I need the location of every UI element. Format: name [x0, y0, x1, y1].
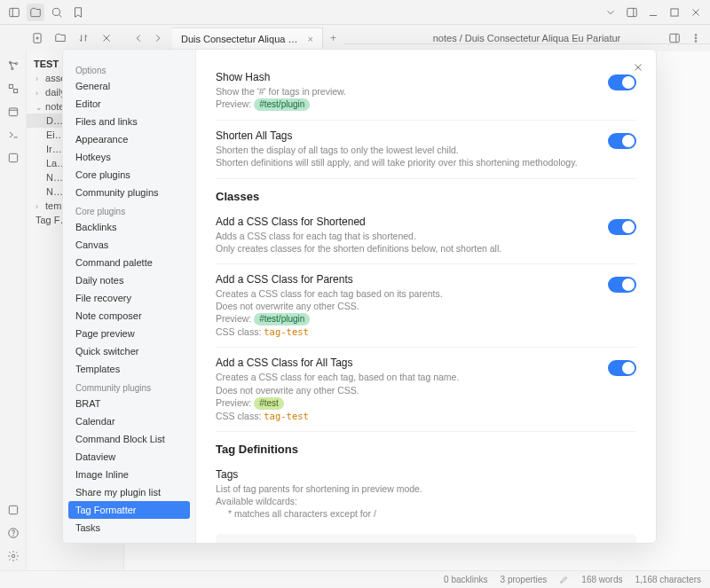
- settings-nav-item[interactable]: Backlinks: [68, 218, 190, 236]
- settings-content: Show Hash Show the '#' for tags in previ…: [196, 50, 656, 543]
- setting-desc: Does not overwrite any other CSS.: [216, 384, 597, 396]
- preview-tag: #test: [254, 397, 284, 410]
- css-class-value: tag-test: [264, 411, 309, 421]
- setting-desc: Only creates classes for the shorten def…: [216, 242, 597, 255]
- toggle-shorten-all[interactable]: [608, 133, 636, 149]
- settings-nav-item[interactable]: Dataview: [68, 448, 190, 466]
- setting-title: Add a CSS Class for Shortened: [216, 216, 597, 228]
- setting-desc: Adds a CSS class for each tag that is sh…: [216, 230, 597, 242]
- settings-nav-item[interactable]: Daily notes: [68, 271, 190, 289]
- setting-title: Add a CSS Class for All Tags: [216, 357, 597, 369]
- modal-close-button[interactable]: [629, 59, 647, 76]
- settings-modal: OptionsGeneralEditorFiles and linksAppea…: [62, 49, 657, 544]
- settings-nav-item[interactable]: File recovery: [68, 289, 190, 307]
- setting-desc: Shorten definitions will still apply, an…: [216, 156, 597, 169]
- section-header-classes: Classes: [216, 179, 636, 207]
- settings-nav-item[interactable]: Tasks: [68, 519, 190, 537]
- css-label: CSS class:: [216, 326, 261, 337]
- setting-title: Add a CSS Class for Parents: [216, 273, 597, 286]
- preview-label: Preview:: [216, 397, 251, 408]
- settings-nav-item[interactable]: Command palette: [68, 254, 190, 271]
- setting-title: Shorten All Tags: [216, 129, 597, 142]
- preview-tag: #test/plugin: [254, 98, 310, 111]
- settings-nav-item[interactable]: Community plugins: [68, 184, 190, 201]
- toggle-class-parents[interactable]: [608, 277, 636, 293]
- settings-group-label: Core plugins: [68, 201, 190, 218]
- settings-nav-item[interactable]: Calendar: [68, 412, 190, 430]
- setting-desc: Show the '#' for tags in preview.: [216, 85, 597, 98]
- settings-nav-item[interactable]: Core plugins: [68, 166, 190, 184]
- setting-desc: List of tag parents for shortening in pr…: [216, 482, 626, 495]
- settings-sidebar: OptionsGeneralEditorFiles and linksAppea…: [63, 50, 196, 543]
- settings-nav-item[interactable]: General: [68, 77, 190, 95]
- css-class-value: tag-test: [264, 326, 309, 337]
- settings-nav-item[interactable]: Note composer: [68, 307, 190, 325]
- settings-nav-item[interactable]: Image Inline: [68, 466, 190, 483]
- settings-nav-item[interactable]: Editor: [68, 95, 190, 113]
- toggle-show-hash[interactable]: [608, 74, 636, 90]
- preview-label: Preview:: [216, 313, 251, 324]
- setting-desc: * matches all characters except for /: [216, 507, 626, 520]
- setting-desc: Available wildcards:: [216, 495, 626, 507]
- settings-nav-item[interactable]: Share my plugin list: [68, 483, 190, 501]
- setting-desc: Shorten the display of all tags to only …: [216, 144, 597, 156]
- toggle-class-all[interactable]: [608, 360, 636, 376]
- settings-nav-item[interactable]: Page preview: [68, 325, 190, 342]
- preview-label: Preview:: [216, 98, 251, 109]
- setting-desc: Creates a CSS class for each tag, based …: [216, 371, 597, 383]
- setting-desc: Creates a CSS class for each tag based o…: [216, 287, 597, 300]
- section-header-tagdefs: Tag Definitions: [216, 432, 636, 459]
- settings-nav-item[interactable]: Tag Formatter: [68, 501, 190, 519]
- settings-nav-item[interactable]: BRAT: [68, 395, 190, 412]
- settings-nav-item[interactable]: Templates: [68, 360, 190, 378]
- settings-nav-item[interactable]: Command Block List: [68, 430, 190, 448]
- tag-definition-row: Preview: #test/plugin => #plugin Unique …: [216, 534, 636, 543]
- settings-nav-item[interactable]: Files and links: [68, 113, 190, 130]
- settings-nav-item[interactable]: Quick switcher: [68, 342, 190, 360]
- preview-tag: #test/plugin: [254, 313, 310, 325]
- settings-group-label: Options: [68, 60, 190, 77]
- settings-nav-item[interactable]: Canvas: [68, 236, 190, 254]
- toggle-class-shortened[interactable]: [608, 219, 636, 235]
- setting-title: Show Hash: [216, 71, 597, 83]
- setting-title: Tags: [216, 468, 626, 481]
- settings-group-label: Community plugins: [68, 378, 190, 395]
- css-label: CSS class:: [216, 411, 261, 421]
- settings-nav-item[interactable]: Appearance: [68, 130, 190, 148]
- setting-desc: Does not overwrite any other CSS.: [216, 300, 597, 312]
- settings-nav-item[interactable]: Hotkeys: [68, 148, 190, 166]
